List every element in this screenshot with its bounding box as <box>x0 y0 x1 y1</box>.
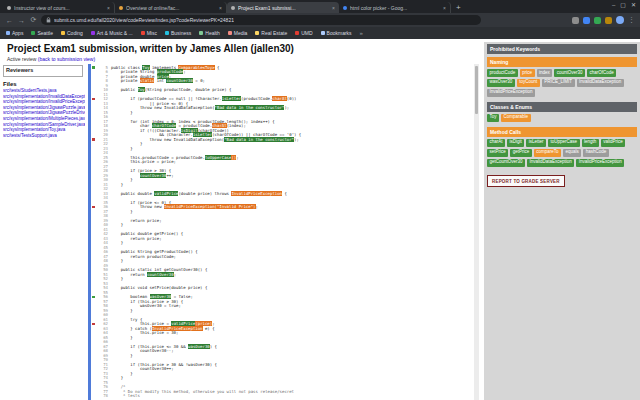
bookmark-item[interactable]: Health <box>199 30 219 36</box>
bookmark-favicon-icon <box>321 31 325 35</box>
code-segment: public double <box>111 191 154 196</box>
report-to-grade-server-button[interactable]: REPORT TO GRADE SERVER <box>487 175 565 187</box>
tab-close-icon[interactable]: × <box>107 5 110 11</box>
keyword-chip[interactable]: productCode <box>487 69 518 77</box>
keyword-chip[interactable]: setPrice <box>487 149 508 157</box>
keyword-chip[interactable]: InvalidDataException <box>577 79 624 87</box>
new-tab-button[interactable]: + <box>456 2 461 13</box>
url-input[interactable]: submit.cs.umd.edu/fall2020/view/codeRevi… <box>41 15 481 25</box>
browser-tab[interactable]: Project Exam1 submissi...× <box>227 2 339 13</box>
highlight-green: Toy <box>138 87 145 92</box>
back-icon[interactable]: ← <box>5 17 14 24</box>
section-header: Classes & Enums <box>487 102 637 112</box>
code-text: } <box>111 182 123 187</box>
active-review-label: Active review <box>7 56 38 62</box>
code-segment: private <box>111 78 140 83</box>
code-text: * tests <box>111 393 140 398</box>
keyword-chip[interactable]: wasOver30 <box>487 79 515 87</box>
keyword-chip[interactable]: countOver30 <box>554 69 585 77</box>
highlight-green: countOver30 <box>147 272 174 277</box>
extension-icon[interactable] <box>594 17 601 24</box>
bookmark-item[interactable]: Coding <box>61 30 83 36</box>
keyword-chip[interactable]: getPrice <box>510 149 532 157</box>
extension-icon[interactable] <box>572 17 579 24</box>
bookmark-favicon-icon <box>31 31 35 35</box>
reload-icon[interactable]: ⟳ <box>29 16 38 24</box>
file-link[interactable]: src/sysImplementation/InvalidPriceExcept… <box>3 99 85 105</box>
browser-window: Instructor view of cours...×Overview of … <box>0 0 640 400</box>
bookmark-item[interactable]: Seattle <box>31 30 53 36</box>
bookmark-item[interactable]: UMD <box>295 30 312 36</box>
profile-avatar[interactable] <box>616 16 624 24</box>
keyword-chip[interactable]: charAt <box>487 139 505 147</box>
code-segment: } <box>111 110 133 115</box>
keyword-chip[interactable]: charOfCode <box>587 69 616 77</box>
close-button[interactable]: ✕ <box>631 2 636 9</box>
bookmark-favicon-icon <box>165 31 169 35</box>
maximize-button[interactable]: ▢ <box>620 2 626 9</box>
browser-tab[interactable]: Instructor view of cours...× <box>3 2 115 13</box>
bookmark-item[interactable]: Real Estate <box>255 30 287 36</box>
browser-menu-icon[interactable]: ⋮ <box>628 16 635 24</box>
keyword-chip[interactable]: Toy <box>487 114 499 122</box>
code-text: } <box>111 222 123 227</box>
code-segment: (double price) throws <box>178 191 231 196</box>
keyword-chip[interactable]: length <box>582 139 599 147</box>
code-text: public double validPrice(double price) t… <box>111 191 287 196</box>
bookmark-label: Real Estate <box>261 30 287 36</box>
code-scrollbar-thumb[interactable] <box>475 66 478 114</box>
code-scrollbar[interactable] <box>474 64 479 400</box>
keyword-chip[interactable]: PRICE_LIMIT <box>542 79 575 87</box>
bookmarks-overflow-icon[interactable]: » <box>360 30 363 36</box>
keyword-chip[interactable]: equals <box>563 149 581 157</box>
extension-icon[interactable] <box>583 17 590 24</box>
keyword-chip[interactable]: toUpperCase <box>548 139 580 147</box>
tab-close-icon[interactable]: × <box>332 5 335 11</box>
code-segment: (productCode. <box>241 96 272 101</box>
content-row: Reviewers Files src/tests/StudentTests.j… <box>0 64 484 400</box>
browser-tab[interactable]: html color picker - Goog...× <box>339 2 451 13</box>
keyword-chip[interactable]: price <box>520 69 535 77</box>
keyword-chip[interactable]: isDigit <box>507 139 524 147</box>
bookmark-label: Misc <box>147 30 157 36</box>
keyword-chip[interactable]: hashCode <box>583 149 609 157</box>
code-segment: public void setPrice(double price) { <box>111 285 207 290</box>
bookmark-item[interactable]: Media <box>228 30 248 36</box>
main-column: Project Exam1 submission, written by Jam… <box>0 39 484 400</box>
keyword-chip[interactable]: compareTo <box>534 149 561 157</box>
bookmark-label: Apps <box>12 30 23 36</box>
bookmark-item[interactable]: Apps <box>6 30 23 36</box>
code-text: } <box>111 335 133 340</box>
bookmark-item[interactable]: Bookmarks <box>321 30 352 36</box>
code-text: } <box>111 258 123 263</box>
tab-close-icon[interactable]: × <box>219 5 222 11</box>
keyword-chip[interactable]: isLetter <box>526 139 546 147</box>
keyword-chip[interactable]: toyCount <box>517 79 540 87</box>
code-segment: ++; <box>166 173 173 178</box>
keyword-chip[interactable]: Comparable <box>501 114 531 122</box>
tab-close-icon[interactable]: × <box>443 5 446 11</box>
highlight-orange: InvalidPriceException("Invalid Price") <box>164 204 256 209</box>
bookmark-item[interactable]: Business <box>165 30 191 36</box>
keyword-chip[interactable]: index <box>537 69 553 77</box>
back-to-submission-link[interactable]: (back to submission view) <box>38 56 95 62</box>
chip-group: ToyComparable <box>487 112 637 124</box>
keyword-chip[interactable]: InvalidDataException <box>527 159 574 167</box>
code-editor[interactable]: 5public class Toy implements Comparable<… <box>88 64 474 400</box>
bookmark-item[interactable]: Misc <box>141 30 157 36</box>
file-link[interactable]: src/tests/TestsSupport.java <box>3 133 85 139</box>
keyword-chip[interactable]: InvalidPriceException <box>487 89 535 97</box>
code-text: } <box>111 209 133 214</box>
highlight-green: countOver30 <box>140 173 167 178</box>
code-text: public Toy(String productCode, double pr… <box>111 87 231 92</box>
keyword-chip[interactable]: getCountOver30 <box>487 159 525 167</box>
file-link[interactable]: src/sysImplementation/MultiplePieces.jav… <box>3 116 85 122</box>
keyword-chip[interactable]: validPrice <box>601 139 626 147</box>
browser-tab[interactable]: Overview of online/fac...× <box>115 2 227 13</box>
extension-icon[interactable] <box>605 17 612 24</box>
bookmark-item[interactable]: Art & Music & ... <box>91 30 133 36</box>
keyword-chip[interactable]: InvalidPriceException <box>576 159 624 167</box>
forward-icon[interactable]: → <box>17 17 26 24</box>
line-number[interactable]: 78 <box>95 393 108 398</box>
minimize-button[interactable]: – <box>612 2 615 9</box>
